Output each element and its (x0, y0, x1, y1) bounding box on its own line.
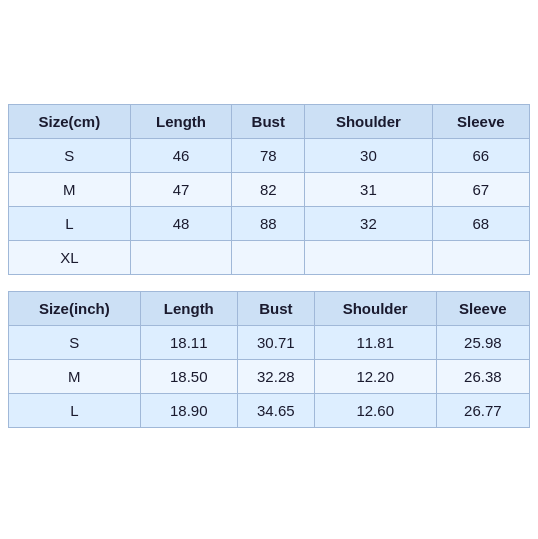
cm-col-bust: Bust (232, 104, 305, 138)
table-cell: 32 (305, 206, 432, 240)
table-cell: 32.28 (237, 359, 314, 393)
inch-table: Size(inch) Length Bust Shoulder Sleeve S… (8, 291, 530, 428)
table-cell: S (9, 138, 131, 172)
table-cell: 66 (432, 138, 529, 172)
table-cell (305, 240, 432, 274)
table-cell: 88 (232, 206, 305, 240)
table-cell: 47 (130, 172, 232, 206)
table-cell: 34.65 (237, 393, 314, 427)
table-row: L18.9034.6512.6026.77 (9, 393, 530, 427)
cm-col-length: Length (130, 104, 232, 138)
inch-col-length: Length (140, 291, 237, 325)
table-row: L48883268 (9, 206, 530, 240)
size-chart-container: Size(cm) Length Bust Shoulder Sleeve S46… (8, 104, 530, 436)
table-cell: 31 (305, 172, 432, 206)
table-cell: M (9, 172, 131, 206)
table-cell: 48 (130, 206, 232, 240)
table-cell: 26.77 (436, 393, 529, 427)
table-cell: 26.38 (436, 359, 529, 393)
table-cell (130, 240, 232, 274)
table-row: M47823167 (9, 172, 530, 206)
table-cell: XL (9, 240, 131, 274)
table-cell: 12.60 (314, 393, 436, 427)
table-row: S46783066 (9, 138, 530, 172)
inch-col-size: Size(inch) (9, 291, 141, 325)
table-cell: 18.50 (140, 359, 237, 393)
table-cell: 67 (432, 172, 529, 206)
table-spacer (8, 283, 530, 291)
table-cell: 46 (130, 138, 232, 172)
table-cell: 30.71 (237, 325, 314, 359)
table-row: S18.1130.7111.8125.98 (9, 325, 530, 359)
table-cell: 68 (432, 206, 529, 240)
cm-table-header-row: Size(cm) Length Bust Shoulder Sleeve (9, 104, 530, 138)
inch-col-bust: Bust (237, 291, 314, 325)
table-cell: 25.98 (436, 325, 529, 359)
table-row: XL (9, 240, 530, 274)
cm-col-size: Size(cm) (9, 104, 131, 138)
table-cell: L (9, 206, 131, 240)
cm-col-shoulder: Shoulder (305, 104, 432, 138)
table-cell: 78 (232, 138, 305, 172)
cm-table: Size(cm) Length Bust Shoulder Sleeve S46… (8, 104, 530, 275)
table-cell: 12.20 (314, 359, 436, 393)
inch-col-shoulder: Shoulder (314, 291, 436, 325)
table-cell: 11.81 (314, 325, 436, 359)
inch-col-sleeve: Sleeve (436, 291, 529, 325)
table-cell: M (9, 359, 141, 393)
table-cell: S (9, 325, 141, 359)
table-cell: 82 (232, 172, 305, 206)
table-cell: 18.90 (140, 393, 237, 427)
table-cell (232, 240, 305, 274)
table-cell: 30 (305, 138, 432, 172)
table-row: M18.5032.2812.2026.38 (9, 359, 530, 393)
table-cell (432, 240, 529, 274)
table-cell: 18.11 (140, 325, 237, 359)
table-cell: L (9, 393, 141, 427)
cm-col-sleeve: Sleeve (432, 104, 529, 138)
inch-table-header-row: Size(inch) Length Bust Shoulder Sleeve (9, 291, 530, 325)
